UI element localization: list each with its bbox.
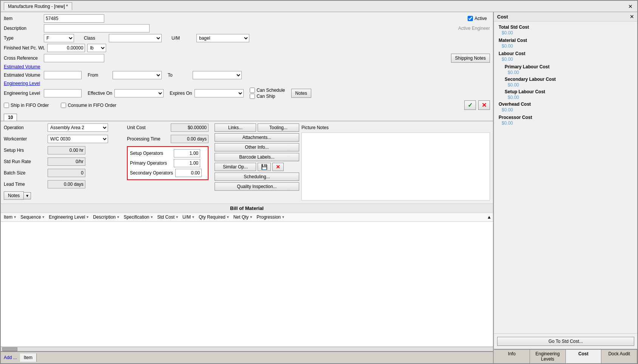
um-select[interactable]: bagel [196, 34, 249, 42]
operation-select[interactable]: Assembly Area 2 [48, 123, 108, 132]
bom-col-net-qty[interactable]: Net Qty ▼ [232, 214, 255, 221]
can-schedule-checkbox[interactable] [250, 88, 255, 93]
add-button[interactable]: Add ... [1, 353, 20, 362]
cancel-button[interactable]: ✕ [478, 100, 490, 110]
bom-col-qty-req[interactable]: Qty Required ▼ [197, 214, 231, 221]
footer-bar: Add ... Item [1, 351, 493, 363]
material-cost-item: Material Cost $0.00 [499, 38, 633, 49]
can-schedule-label[interactable]: Can Schedule [250, 88, 285, 93]
bom-col-specification[interactable]: Specification ▼ [122, 214, 155, 221]
primary-operators-input[interactable] [174, 159, 200, 167]
to-select[interactable] [193, 71, 242, 79]
confirm-button[interactable]: ✓ [464, 100, 476, 110]
effective-on-select[interactable] [114, 89, 164, 97]
unit-cost-input[interactable] [171, 123, 209, 132]
barcode-button[interactable]: Barcode Labels... [215, 153, 299, 161]
item-label: Item [4, 16, 42, 21]
tab-10[interactable]: 10 [4, 114, 17, 121]
finished-net-input[interactable] [47, 44, 85, 52]
bom-col-progression[interactable]: Progression ▼ [255, 214, 286, 221]
quality-button[interactable]: Quality Inspection... [215, 182, 299, 191]
secondary-operators-row: Secondary Operators [130, 169, 205, 177]
labour-cost-item: Labour Cost $0.00 [499, 51, 633, 62]
batch-size-label: Batch Size [4, 170, 45, 176]
active-checkbox-label[interactable]: Active [468, 16, 487, 21]
bom-col-item[interactable]: Item ▼ [2, 214, 18, 221]
bom-col-net-qty-label: Net Qty [233, 214, 249, 220]
std-run-label: Std Run Rate [4, 159, 45, 164]
notes-main-btn[interactable]: Notes [4, 191, 24, 200]
save-op-button[interactable]: 💾 [258, 163, 271, 171]
ship-fifo-checkbox[interactable] [4, 103, 9, 108]
bom-col-std-cost[interactable]: Std Cost ▼ [156, 214, 180, 221]
shipping-notes-button[interactable]: Shipping Notes [451, 54, 490, 63]
consume-fifo-label[interactable]: Consume in FIFO Order [61, 103, 116, 108]
lead-time-input[interactable] [48, 180, 85, 188]
processor-cost-value: $0.00 [502, 120, 633, 126]
right-tab-dock-audit[interactable]: Dock Audit [601, 350, 637, 363]
batch-size-input[interactable] [48, 169, 85, 177]
active-checkbox[interactable] [468, 16, 473, 21]
type-select[interactable]: F [44, 34, 74, 42]
ship-fifo-label[interactable]: Ship in FIFO Order [4, 103, 49, 108]
cost-close-button[interactable]: ✕ [630, 14, 634, 20]
bom-col-specification-label: Specification [124, 214, 149, 220]
active-engineer-label: Active Engineer [458, 26, 490, 31]
from-select[interactable] [113, 71, 162, 79]
right-tab-cost[interactable]: Cost [566, 350, 602, 363]
bom-col-item-label: Item [4, 214, 12, 220]
footer-tab-item[interactable]: Item [20, 353, 37, 362]
similar-op-button[interactable]: Similar Op... [215, 163, 256, 171]
notes-button[interactable]: Notes [291, 89, 311, 98]
links-button[interactable]: Links... [215, 123, 256, 132]
bom-scrollbar-h[interactable] [1, 347, 493, 351]
type-class-um-row: Type F Class U/M bagel [4, 34, 490, 42]
setup-operators-label: Setup Operators [130, 151, 171, 156]
other-info-button[interactable]: Other Info... [215, 143, 299, 151]
bom-col-description-arrow: ▼ [116, 215, 120, 219]
description-input[interactable] [44, 24, 150, 32]
std-run-input[interactable] [48, 157, 85, 166]
item-input[interactable] [44, 14, 104, 23]
cost-footer: Go To Std Cost... [494, 333, 637, 349]
notes-arrow-btn[interactable]: ▼ [24, 192, 31, 199]
cross-ref-row: Cross Reference Shipping Notes [4, 54, 490, 63]
bom-col-um[interactable]: U/M ▼ [181, 214, 196, 221]
tooling-button[interactable]: Tooling... [258, 123, 299, 132]
expires-on-select[interactable] [195, 89, 244, 97]
estimated-volume-link[interactable]: Estimated Volume [4, 64, 40, 69]
secondary-labour-value: $0.00 [508, 82, 633, 88]
close-button[interactable]: ✕ [627, 3, 634, 9]
consume-fifo-checkbox[interactable] [61, 103, 66, 108]
picture-notes-area: Picture Notes [301, 123, 490, 201]
can-ship-checkbox[interactable] [250, 94, 255, 99]
workcenter-select[interactable]: W/C 0030 [48, 135, 108, 143]
right-tab-info[interactable]: Info [494, 350, 530, 363]
go-to-std-cost-button[interactable]: Go To Std Cost... [497, 337, 634, 346]
bom-col-sequence[interactable]: Sequence ▼ [19, 214, 46, 221]
setup-operators-input[interactable] [174, 149, 200, 157]
can-ship-label[interactable]: Can Ship [250, 94, 285, 99]
secondary-operators-input[interactable] [175, 169, 202, 177]
eng-level-input[interactable] [44, 89, 82, 97]
cross-ref-input[interactable] [44, 54, 104, 62]
processing-time-input[interactable] [171, 135, 209, 143]
total-std-cost-item: Total Std Cost $0.00 [499, 25, 633, 35]
delete-op-button[interactable]: ✕ [272, 163, 284, 171]
setup-hrs-input[interactable] [48, 146, 85, 154]
main-area: Item Active Description [1, 12, 637, 363]
class-select[interactable] [109, 34, 162, 42]
bom-scroll-up[interactable]: ▲ [487, 214, 491, 221]
notes-btn-row: Notes ▼ [4, 191, 125, 200]
bom-col-eng-level[interactable]: Engineering Level ▼ [47, 214, 91, 221]
engineering-level-link[interactable]: Engineering Level [4, 81, 40, 86]
operation-field-label: Operation [4, 125, 45, 130]
est-vol-input[interactable] [44, 71, 82, 79]
secondary-labour-item: Secondary Labour Cost $0.00 [505, 77, 633, 88]
bom-col-description[interactable]: Description ▼ [91, 214, 121, 221]
scheduling-button[interactable]: Scheduling... [215, 173, 299, 181]
right-tab-engineering-levels[interactable]: Engineering Levels [530, 350, 566, 363]
attachments-button[interactable]: Attachments... [215, 133, 299, 142]
weight-unit-select[interactable]: lb [87, 44, 106, 52]
fifo-row: Ship in FIFO Order Consume in FIFO Order… [4, 100, 490, 110]
